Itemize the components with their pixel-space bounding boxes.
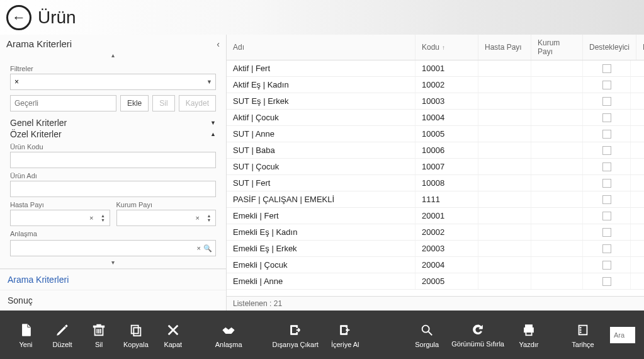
kopyala-label: Kopyala	[123, 341, 149, 348]
sorgula-button[interactable]: Sorgula	[410, 318, 444, 352]
table-row[interactable]: Emekli | Çocuk20004	[227, 257, 644, 273]
yazdir-button[interactable]: Yazdır	[512, 318, 546, 352]
checkbox[interactable]	[602, 130, 611, 139]
table-row[interactable]: SUT | Fert10008	[227, 175, 644, 191]
table-row[interactable]: Emekli Eş | Erkek20003	[227, 241, 644, 257]
cell-hasta	[478, 257, 531, 273]
cell-kodu: 20004	[415, 257, 478, 273]
anlasma-input[interactable]	[10, 240, 216, 256]
hasta-payi-input-wrap: × ▲▼	[10, 210, 110, 226]
col-kodu[interactable]: Kodu↑	[415, 35, 478, 60]
page-title: Ürün	[38, 8, 76, 28]
kapat-button[interactable]: Kapat	[156, 318, 190, 352]
tarihce-button[interactable]: Tarihçe	[566, 318, 600, 352]
spinner-icon[interactable]: ▲▼	[205, 211, 213, 225]
spinner-icon[interactable]: ▲▼	[99, 211, 108, 225]
search-icon[interactable]: 🔍	[203, 244, 212, 253]
gorunumu-sifirla-button[interactable]: Görünümü Sıfırla	[446, 317, 509, 351]
filter-button-row: Ekle Sil Kaydet	[10, 95, 216, 111]
disariya-cikart-button[interactable]: Dışarıya Çıkart	[268, 318, 324, 352]
checkbox[interactable]	[602, 228, 611, 237]
checkbox[interactable]	[602, 97, 611, 106]
collapse-left-icon[interactable]: ‹	[217, 39, 220, 49]
table-row[interactable]: SUT Eş | Erkek10003	[227, 93, 644, 110]
table-row[interactable]: Emekli Eş | Kadın20002	[227, 224, 644, 241]
cell-dest	[583, 224, 631, 240]
header: ← Ürün	[0, 0, 644, 35]
checkbox[interactable]	[602, 212, 611, 220]
table-row[interactable]: Aktif Eş | Kadın10002	[227, 77, 644, 93]
gecerli-input[interactable]	[10, 95, 116, 111]
cell-kodu: 10006	[415, 142, 478, 158]
sil-toolbar-button[interactable]: Sil	[82, 318, 116, 352]
cell-kodu: 20005	[415, 273, 478, 289]
table-row[interactable]: Aktif | Çocuk10004	[227, 110, 644, 126]
urun-adi-input[interactable]	[10, 181, 216, 197]
sidebar-footer-sonuc[interactable]: Sonuç	[0, 290, 226, 311]
duzelt-button[interactable]: Düzelt	[45, 318, 79, 352]
cell-adi: PASİF | ÇALIŞAN | EMEKLİ	[227, 191, 415, 207]
checkbox[interactable]	[602, 81, 611, 89]
anlasma-button[interactable]: Anlaşma	[210, 318, 247, 352]
table-row[interactable]: Emekli | Fert20001	[227, 208, 644, 224]
checkbox[interactable]	[602, 261, 611, 270]
sidebar-footer-link[interactable]: Arama Kriterleri	[0, 269, 226, 290]
filters-dropdown-input[interactable]	[10, 74, 216, 90]
cell-kurum	[531, 208, 583, 224]
ekle-button[interactable]: Ekle	[120, 95, 149, 111]
table-row[interactable]: Aktif | Fert10001	[227, 60, 644, 77]
kurum-payi-input[interactable]	[116, 210, 217, 226]
col-hasta-payi[interactable]: Hasta Payı	[478, 35, 531, 60]
yazdir-label: Yazdır	[519, 341, 539, 348]
cell-dest	[583, 208, 631, 224]
table-row[interactable]: SUT | Çocuk10007	[227, 159, 644, 175]
pencil-icon	[54, 322, 71, 338]
status-count: 21	[274, 299, 282, 308]
kopyala-button[interactable]: Kopyala	[118, 318, 154, 352]
filters-dropdown[interactable]: ▼	[10, 74, 216, 90]
checkbox[interactable]	[602, 244, 611, 253]
clear-icon[interactable]: ×	[197, 244, 201, 252]
table-row[interactable]: SUT | Anne10005	[227, 126, 644, 142]
cell-hasta	[478, 191, 531, 207]
checkbox[interactable]	[602, 113, 611, 122]
checkbox[interactable]	[602, 179, 611, 188]
toolbar-search-input[interactable]	[610, 327, 635, 343]
checkbox[interactable]	[602, 162, 611, 171]
section-ozel-kriterler[interactable]: Özel Kriterler ▲	[10, 129, 216, 139]
checkbox[interactable]	[602, 146, 611, 155]
col-destekleyici[interactable]: Destekleyici	[583, 35, 636, 60]
col-her[interactable]: Her	[636, 35, 644, 60]
cell-kurum	[531, 273, 583, 289]
checkbox[interactable]	[602, 64, 611, 73]
cell-hasta	[478, 60, 531, 76]
cell-dest	[583, 241, 631, 256]
col-kurum-payi[interactable]: Kurum Payı	[531, 35, 583, 60]
clear-icon[interactable]: ×	[196, 214, 200, 222]
header-decoration	[0, 0, 644, 35]
table-row[interactable]: Emekli | Anne20005	[227, 273, 644, 290]
checkbox[interactable]	[602, 195, 611, 204]
clear-icon[interactable]: ×	[89, 214, 93, 222]
section-genel-kriterler[interactable]: Genel Kriterler ▼	[10, 118, 216, 128]
cell-adi: Emekli Eş | Kadın	[227, 224, 415, 240]
table-row[interactable]: PASİF | ÇALIŞAN | EMEKLİ1111	[227, 191, 644, 208]
history-icon	[575, 322, 591, 338]
yeni-button[interactable]: Yeni	[9, 318, 43, 352]
iceriye-al-button[interactable]: İçeriye Al	[326, 318, 364, 352]
chevron-down-icon[interactable]: ▾	[10, 259, 216, 266]
col-adi[interactable]: Adı	[227, 35, 415, 60]
cell-her	[631, 257, 644, 273]
trash-icon	[91, 322, 107, 338]
cell-dest	[583, 60, 631, 76]
chevron-down-icon: ▼	[210, 120, 216, 126]
chevron-up-icon[interactable]: ▴	[0, 52, 226, 59]
hasta-payi-input[interactable]	[10, 210, 110, 226]
checkbox[interactable]	[602, 277, 611, 286]
refresh-icon	[470, 321, 486, 338]
back-button[interactable]: ←	[6, 5, 31, 30]
iceriye-label: İçeriye Al	[331, 341, 359, 348]
urun-kodu-input[interactable]	[10, 152, 216, 168]
cell-her	[631, 159, 644, 174]
table-row[interactable]: SUT | Baba10006	[227, 142, 644, 159]
